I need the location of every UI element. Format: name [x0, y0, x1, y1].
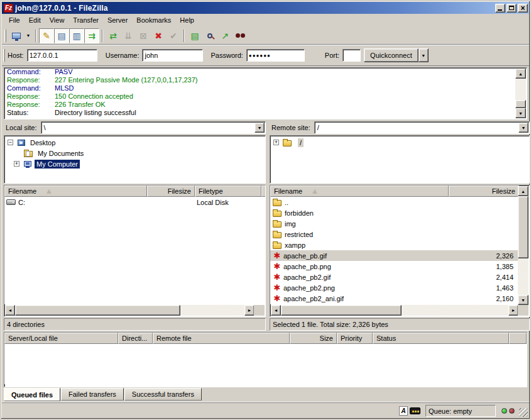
- resize-grip[interactable]: [519, 408, 528, 417]
- filesize-cell: 2,414: [449, 274, 519, 281]
- process-queue-button[interactable]: ⇊: [121, 28, 136, 43]
- scroll-thumb[interactable]: [281, 305, 402, 316]
- tab-failed-transfers[interactable]: Failed transfers: [61, 388, 124, 401]
- site-manager-dropdown-button[interactable]: ▼: [24, 28, 33, 43]
- column-status[interactable]: Status: [373, 333, 509, 344]
- port-input[interactable]: [342, 49, 361, 62]
- scroll-up-button[interactable]: [518, 186, 528, 196]
- remote-file-row[interactable]: ✱apache_pb2_ani.gif2,160: [270, 293, 519, 304]
- column-filetype[interactable]: Filetype: [195, 185, 261, 197]
- menu-bookmarks[interactable]: Bookmarks: [132, 15, 175, 25]
- toggle-queue-button[interactable]: ⇉: [84, 28, 99, 43]
- remote-dir-row[interactable]: restricted: [270, 229, 519, 240]
- filter-button[interactable]: ▤: [187, 28, 202, 43]
- cancel-operation-button[interactable]: ⊠: [136, 28, 151, 43]
- site-manager-button[interactable]: [9, 28, 24, 43]
- menu-file[interactable]: File: [4, 15, 25, 25]
- collapse-icon[interactable]: [8, 140, 13, 145]
- remote-dir-row[interactable]: img: [270, 218, 519, 229]
- column-direction[interactable]: Directi...: [118, 333, 153, 344]
- scroll-track[interactable]: [515, 79, 526, 108]
- column-filesize[interactable]: Filesize: [147, 185, 195, 197]
- tree-item-my-documents[interactable]: My Documents: [4, 148, 265, 158]
- combo-dropdown-button[interactable]: [255, 123, 265, 133]
- menu-transfer[interactable]: Transfer: [68, 15, 103, 25]
- maximize-button[interactable]: [506, 4, 517, 13]
- directory-comparison-button[interactable]: [202, 28, 217, 43]
- column-last-modified[interactable]: L: [261, 185, 266, 197]
- scroll-right-button[interactable]: [508, 305, 518, 316]
- scroll-thumb[interactable]: [515, 100, 526, 108]
- quickbar-grip[interactable]: [3, 49, 5, 62]
- column-server-local-file[interactable]: Server/Local file: [4, 333, 118, 344]
- column-priority[interactable]: Priority: [337, 333, 373, 344]
- refresh-button[interactable]: ⇄: [106, 28, 121, 43]
- quickconnect-button[interactable]: Quickconnect: [364, 48, 419, 62]
- remote-site-combobox[interactable]: /: [314, 121, 530, 134]
- minimize-button[interactable]: [495, 4, 505, 13]
- host-input[interactable]: [27, 49, 97, 62]
- column-filename[interactable]: Filename: [270, 185, 449, 197]
- expand-icon[interactable]: [14, 161, 19, 167]
- menu-help[interactable]: Help: [175, 15, 199, 25]
- local-site-combobox[interactable]: \: [41, 121, 266, 134]
- log-scrollbar[interactable]: [515, 69, 526, 118]
- scroll-left-button[interactable]: [271, 305, 281, 316]
- status-text: Selected 1 file. Total size: 2,326 bytes: [273, 321, 388, 328]
- local-site-row: Local site: \: [4, 121, 266, 134]
- toolbar-grip[interactable]: [4, 30, 6, 42]
- menu-edit[interactable]: Edit: [25, 15, 45, 25]
- local-horizontal-scrollbar[interactable]: [5, 305, 255, 316]
- remote-file-row[interactable]: ✱apache_pb2.png1,463: [270, 282, 519, 293]
- scroll-track[interactable]: [281, 305, 508, 316]
- remote-file-row[interactable]: ✱apache_pb2.gif2,414: [270, 272, 519, 282]
- column-filesize[interactable]: Filesize: [449, 185, 519, 197]
- password-input[interactable]: [246, 49, 305, 62]
- remote-dir-row[interactable]: ..: [270, 197, 519, 207]
- scroll-track[interactable]: [518, 196, 528, 295]
- toggle-local-tree-button[interactable]: ▤: [54, 28, 69, 43]
- local-file-row[interactable]: C: Local Disk: [4, 197, 265, 207]
- combo-dropdown-button[interactable]: [518, 123, 528, 133]
- scroll-left-button[interactable]: [5, 305, 15, 316]
- scroll-thumb[interactable]: [15, 305, 180, 316]
- scroll-up-button[interactable]: [515, 69, 526, 79]
- remote-file-row[interactable]: ✱apache_pb.png1,385: [270, 261, 519, 272]
- tree-item-my-computer[interactable]: My Computer: [4, 158, 265, 169]
- scroll-thumb[interactable]: [518, 196, 528, 258]
- toggle-remote-tree-button[interactable]: ▥: [69, 28, 84, 43]
- column-filler: [509, 333, 527, 344]
- remote-dir-row[interactable]: forbidden: [270, 207, 519, 218]
- column-filename[interactable]: Filename: [4, 185, 147, 197]
- expand-icon[interactable]: [273, 140, 279, 145]
- close-button[interactable]: [518, 4, 528, 13]
- username-input[interactable]: [142, 49, 203, 62]
- scroll-track[interactable]: [15, 305, 244, 316]
- column-remote-file[interactable]: Remote file: [153, 333, 290, 344]
- my-documents-icon: [24, 151, 33, 157]
- menu-server[interactable]: Server: [103, 15, 132, 25]
- remote-horizontal-scrollbar[interactable]: [271, 305, 518, 316]
- clear-queue-button[interactable]: ✔: [166, 28, 181, 43]
- scroll-down-button[interactable]: [515, 108, 526, 118]
- remote-vertical-scrollbar[interactable]: [518, 186, 528, 305]
- tab-successful-transfers[interactable]: Successful transfers: [124, 388, 202, 401]
- tab-queued-files[interactable]: Queued files: [4, 388, 60, 401]
- disconnect-button[interactable]: ✖: [151, 28, 166, 43]
- synchronized-browsing-button[interactable]: ↗: [217, 28, 233, 43]
- find-files-button[interactable]: [233, 28, 248, 43]
- tree-item-desktop[interactable]: Desktop: [4, 137, 265, 148]
- scroll-right-button[interactable]: [244, 305, 255, 316]
- filesize-cell: 2,160: [449, 295, 519, 302]
- toggle-message-log-button[interactable]: ✎: [39, 28, 54, 43]
- app-icon[interactable]: Fz: [4, 4, 13, 13]
- column-size[interactable]: Size: [290, 333, 337, 344]
- activity-led-red: [509, 408, 515, 414]
- remote-file-row-selected[interactable]: ✱apache_pb.gif2,326: [270, 250, 519, 261]
- quickconnect-dropdown-button[interactable]: [419, 48, 429, 62]
- clear-queue-icon: ✔: [170, 31, 177, 41]
- menu-view[interactable]: View: [45, 15, 69, 25]
- tree-item-root[interactable]: /: [270, 137, 529, 148]
- remote-dir-row[interactable]: xampp: [270, 240, 519, 250]
- scroll-down-button[interactable]: [518, 295, 528, 305]
